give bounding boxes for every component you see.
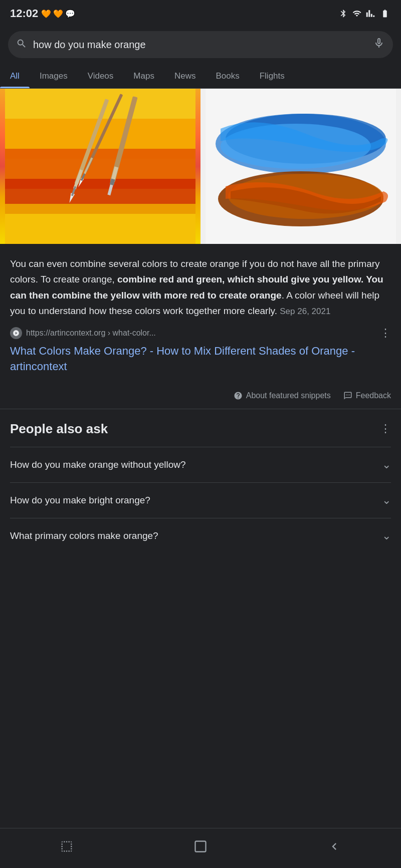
source-row: https://artincontext.org › what-color...… [10,327,391,340]
feedback-icon [343,391,353,401]
signal-icon [366,9,375,18]
svg-rect-23 [195,841,206,852]
paa-question-text-2: How do you make bright orange? [10,495,382,506]
search-icon [16,38,27,52]
chevron-down-icon-3: ⌄ [382,529,391,542]
paa-question-3-partial[interactable]: What primary colors make orange? ⌄ [10,518,391,546]
tab-maps[interactable]: Maps [123,64,164,88]
snippet-body: You can even combine several colors to c… [10,256,391,319]
search-container: how do you make orange [0,25,401,64]
image-results[interactable] [0,89,401,244]
people-also-ask: People also ask ⋮ How do you make orange… [0,409,401,558]
tab-images[interactable]: Images [30,64,78,88]
paa-header: People also ask ⋮ [10,421,391,437]
paa-more-options-icon[interactable]: ⋮ [380,422,391,435]
paa-question-2[interactable]: How do you make bright orange? ⌄ [10,482,391,518]
battery-icon [379,9,391,18]
tab-news[interactable]: News [164,64,206,88]
more-options-icon[interactable]: ⋮ [380,327,391,340]
wifi-icon [352,9,362,18]
paa-title: People also ask [10,421,108,437]
chevron-down-icon-1: ⌄ [382,458,391,471]
bottom-navigation [0,828,401,868]
about-snippets-button[interactable]: About featured snippets [233,391,331,401]
recent-apps-button[interactable] [54,833,80,863]
svg-rect-4 [5,204,195,244]
question-circle-icon [233,391,243,401]
source-favicon [10,327,22,339]
source-info: https://artincontext.org › what-color... [10,327,156,339]
about-snippets-label: About featured snippets [246,391,331,400]
status-time: 12:02 [10,7,38,20]
feedback-label: Feedback [356,391,391,400]
tab-videos[interactable]: Videos [78,64,124,88]
home-button[interactable] [187,833,214,863]
source-title[interactable]: What Colors Make Orange? - How to Mix Di… [10,344,391,375]
search-bar[interactable]: how do you make orange [8,31,393,58]
source-url: https://artincontext.org › what-color... [26,329,156,338]
paint-strokes-image[interactable] [200,89,401,244]
paa-question-text-3: What primary colors make orange? [10,530,382,541]
messenger-icon: 💬 [65,9,75,19]
microphone-icon[interactable] [373,37,385,52]
feedback-button[interactable]: Feedback [343,391,391,401]
snippet-footer: About featured snippets Feedback [10,385,391,401]
tab-books[interactable]: Books [206,64,249,88]
featured-snippet: You can even combine several colors to c… [0,244,401,409]
tab-flights[interactable]: Flights [250,64,295,88]
paa-question-text-1: How do you make orange without yellow? [10,459,382,470]
heart-icon-2: 🧡 [53,9,63,19]
paa-question-1[interactable]: How do you make orange without yellow? ⌄ [10,447,391,482]
bluetooth-icon [339,9,348,18]
paint-brushes-image[interactable] [0,89,200,244]
back-button[interactable] [321,833,347,863]
heart-icon-1: 🧡 [41,9,51,19]
snippet-date: Sep 26, 2021 [280,307,330,316]
tab-all[interactable]: All [0,64,30,88]
chevron-down-icon-2: ⌄ [382,494,391,507]
status-bar: 12:02 🧡 🧡 💬 [0,0,401,25]
search-query-text[interactable]: how do you make orange [33,39,367,51]
search-nav-tabs: All Images Videos Maps News Books Flight… [0,64,401,89]
